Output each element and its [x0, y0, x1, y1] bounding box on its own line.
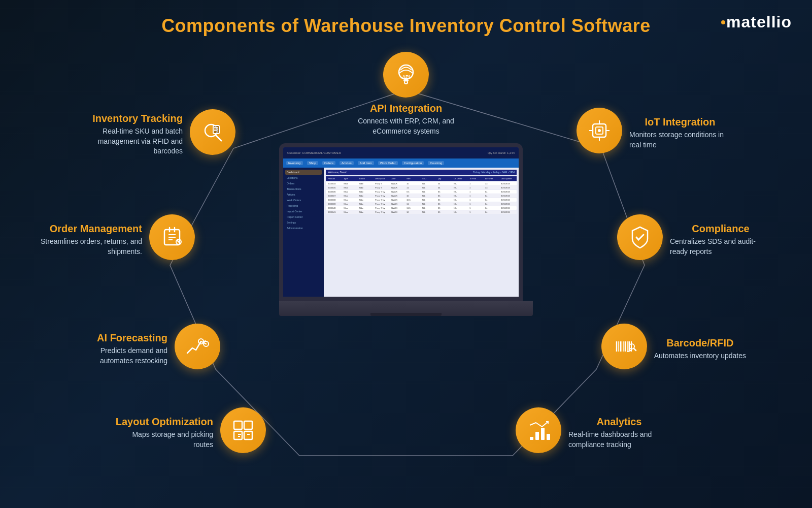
component-order: Order Management Streamlines orders, ret… [41, 214, 195, 260]
table-row: 0000039ShoeNikeProxy 7 NyBLACK11NIL85NIL… [326, 202, 517, 206]
menu-item[interactable]: Add Item [358, 161, 374, 165]
svg-line-19 [634, 348, 636, 351]
component-analytics-label: Analytics [568, 416, 670, 428]
component-compliance-icon [617, 214, 663, 260]
sidebar-item[interactable]: Import Center [285, 209, 322, 214]
component-barcode-desc: Automates inventory updates [654, 351, 746, 361]
screen-sidebar: Dashboard Locations Orders Transactions … [283, 168, 324, 297]
component-inventory-label: Inventory Tracking [81, 113, 183, 124]
component-iot: IoT Integration Monitors storage conditi… [577, 108, 731, 153]
laptop-screen: Customer: COMMERCIAL/CUSTOMER Qty On Han… [279, 143, 523, 301]
component-compliance-desc: Centralizes SDS and audit-ready reports [670, 237, 771, 257]
component-analytics-desc: Real-time dashboards and compliance trac… [568, 430, 670, 450]
svg-line-37 [216, 135, 221, 141]
component-ai: AI Forecasting Predicts demand and autom… [66, 324, 220, 369]
svg-rect-24 [234, 421, 242, 429]
laptop-base [279, 301, 533, 316]
svg-rect-27 [244, 431, 252, 439]
svg-line-33 [204, 341, 206, 341]
sidebar-item[interactable]: Articles [285, 192, 322, 197]
sidebar-item[interactable]: Report Center [285, 214, 322, 219]
menu-item[interactable]: Articles [340, 161, 354, 165]
sidebar-item[interactable]: Administration [285, 226, 322, 231]
component-ai-desc: Predicts demand and automates restocking [66, 346, 167, 366]
table-row: 0000038ShoeNikeProxy 7 NyBLACK10.5NIL85N… [326, 198, 517, 202]
table-row: 0000037ShoeNikeProxy 7 NyBLACK10NIL85NIL… [326, 194, 517, 198]
main-content: Components of Warehouse Inventory Contro… [0, 0, 812, 508]
screen-menubar: Inventory Shop Orders Articles Add Item … [283, 158, 519, 168]
component-order-label: Order Management [41, 223, 142, 235]
logo: matellio [721, 13, 792, 31]
sidebar-item[interactable]: Locations [285, 175, 322, 180]
page-title: Components of Warehouse Inventory Contro… [0, 15, 812, 37]
component-iot-desc: Monitors storage conditions in real time [629, 130, 731, 150]
screen-body: Dashboard Locations Orders Transactions … [283, 168, 519, 297]
component-api-desc: Connects with ERP, CRM, and eCommerce sy… [355, 116, 457, 136]
component-barcode-label: Barcode/RFID [654, 337, 746, 349]
screen-topbar: Customer: COMMERCIAL/CUSTOMER Qty On Han… [283, 147, 519, 158]
svg-rect-25 [244, 421, 252, 429]
header: Components of Warehouse Inventory Contro… [0, 0, 812, 37]
menu-item[interactable]: Configuration [402, 161, 424, 165]
component-compliance: Compliance Centralizes SDS and audit-rea… [617, 214, 771, 260]
component-barcode-icon [601, 324, 647, 369]
sidebar-item[interactable]: Transactions [285, 186, 322, 192]
component-iot-icon [577, 108, 622, 153]
component-analytics: Analytics Real-time dashboards and compl… [516, 407, 670, 453]
menu-item[interactable]: Orders [322, 161, 335, 165]
component-layout-icon [220, 407, 266, 453]
svg-rect-21 [535, 432, 539, 440]
component-inventory: Inventory Tracking Real-time SKU and bat… [81, 108, 235, 156]
svg-rect-23 [547, 434, 550, 440]
svg-point-2 [404, 81, 408, 84]
svg-rect-38 [213, 125, 219, 134]
sidebar-item[interactable]: Work Orders [285, 198, 322, 203]
svg-rect-26 [234, 431, 242, 439]
component-compliance-label: Compliance [670, 223, 771, 235]
component-api: API API Integration Connects with ERP, C… [355, 52, 457, 136]
component-ai-icon [175, 324, 220, 369]
component-inventory-desc: Real-time SKU and batch management via R… [81, 126, 183, 156]
sidebar-item[interactable]: Settings [285, 220, 322, 225]
table-row: 0000040ShoeNikeProxy 7 NyBLACK11.5NIL85N… [326, 206, 517, 210]
component-iot-label: IoT Integration [629, 116, 731, 128]
table-row: 0000041ShoeNikeProxy 7 NyBLACK12NIL85NIL… [326, 210, 517, 214]
component-inventory-icon [190, 109, 235, 155]
sidebar-item[interactable]: Dashboard [285, 170, 322, 175]
sidebar-item[interactable]: Receiving [285, 203, 322, 208]
screen-main: Welcome, Dave! Today: Monday - Friday - … [324, 168, 519, 297]
menu-item[interactable]: Work Order [378, 161, 398, 165]
table-row: 0000034ShoeNikeProxy 7BLACK10NIL34NIL133… [326, 182, 517, 185]
table-row: 0000035ShoeNikeProxy 7BLACK11NIL34NIL133… [326, 186, 517, 189]
menu-item[interactable]: Shop [307, 161, 318, 165]
sidebar-item[interactable]: Orders [285, 181, 322, 186]
table-row: 0000036ShoeNikeProxy 7 NyBLACK9.5NIL85NI… [326, 190, 517, 194]
component-order-icon [149, 214, 195, 260]
component-api-icon: API [383, 52, 429, 98]
table-header: Product Type Brand Description Color Siz… [326, 176, 517, 181]
component-layout-desc: Maps storage and picking routes [112, 430, 213, 450]
component-barcode: Barcode/RFID Automates inventory updates [601, 324, 746, 369]
svg-point-5 [598, 129, 601, 132]
menu-item[interactable]: Inventory [286, 161, 303, 165]
diagram-container: Customer: COMMERCIAL/CUSTOMER Qty On Han… [0, 42, 812, 494]
svg-rect-20 [530, 437, 533, 440]
svg-rect-22 [541, 428, 545, 440]
menu-item[interactable]: Counting [428, 161, 444, 165]
component-api-label: API Integration [370, 103, 442, 114]
component-order-desc: Streamlines orders, returns, and shipmen… [41, 237, 142, 257]
component-ai-label: AI Forecasting [66, 332, 167, 344]
laptop-display: Customer: COMMERCIAL/CUSTOMER Qty On Han… [279, 143, 533, 336]
component-layout-label: Layout Optimization [112, 416, 213, 428]
component-analytics-icon [516, 407, 561, 453]
component-layout: Layout Optimization Maps storage and pic… [112, 407, 266, 453]
